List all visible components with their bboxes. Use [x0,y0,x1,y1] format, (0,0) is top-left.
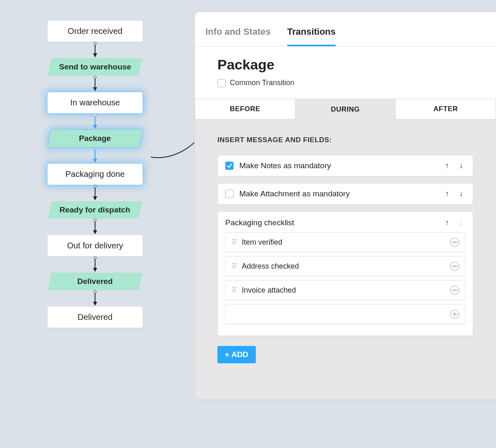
svg-marker-5 [93,87,97,91]
svg-point-18 [94,257,96,259]
panel-header: Package Common Transition [195,47,496,99]
section-label: INSERT MESSAGE AND FIELDS: [217,136,473,144]
move-up-icon[interactable]: ↑ [443,162,451,170]
state-out-for-delivery[interactable]: Out for delivery [48,235,143,256]
flow-arrow-icon [87,113,103,130]
svg-rect-25 [452,242,457,243]
tab-info-states[interactable]: Info and States [205,26,271,46]
checkbox-icon[interactable] [225,190,234,198]
checklist-item-label: Item verified [242,238,450,247]
svg-marker-20 [93,268,97,272]
checkbox-icon[interactable] [225,162,234,170]
flow-arrow-icon [87,185,103,201]
remove-icon[interactable] [450,238,459,247]
flow-arrow-icon [87,256,103,273]
phase-tabs: BEFORE DURING AFTER [195,99,496,119]
svg-point-9 [94,148,96,150]
group-title: Packaging checklist [225,218,443,227]
transition-send-to-warehouse[interactable]: Send to warehouse [48,58,143,76]
flow-arrow-icon [87,290,103,307]
top-tabs: Info and States Transitions [195,12,496,47]
checklist-group: Packaging checklist ↑ ↓ ⠿ Item verified … [217,211,473,336]
add-button[interactable]: + ADD [217,346,256,363]
checklist-item[interactable]: ⠿ Item verified [225,232,465,252]
svg-point-15 [94,219,96,222]
checklist-item[interactable]: ⠿ Invoice attached [225,280,465,300]
remove-icon[interactable] [450,262,459,271]
state-in-warehouse[interactable]: In warehouse [48,92,143,113]
move-down-icon[interactable]: ↓ [457,219,465,227]
flow-arrow-icon [87,76,103,92]
svg-point-3 [94,76,96,79]
checklist-item-label: Address checked [242,262,450,271]
panel-body: INSERT MESSAGE AND FIELDS: Make Notes as… [195,119,496,376]
workflow-diagram: Order received Send to warehouse In ware… [41,21,149,328]
svg-marker-23 [93,302,97,306]
svg-rect-26 [452,266,457,267]
drag-handle-icon[interactable]: ⠿ [231,238,237,247]
transition-delivered[interactable]: Delivered [48,273,143,290]
checkbox-icon[interactable] [217,79,226,87]
svg-point-0 [94,42,96,45]
field-make-notes-mandatory[interactable]: Make Notes as mandatory ↑ ↓ [217,155,473,176]
svg-point-12 [94,185,96,188]
move-down-icon[interactable]: ↓ [457,190,465,198]
svg-marker-17 [93,230,97,234]
svg-point-6 [94,114,96,116]
plus-icon[interactable] [450,310,459,319]
drag-handle-icon[interactable]: ⠿ [231,286,237,295]
transition-editor-panel: Info and States Transitions Package Comm… [194,12,496,400]
state-delivered[interactable]: Delivered [48,307,143,328]
move-up-icon[interactable]: ↑ [443,190,451,198]
flow-arrow-icon [87,147,103,164]
svg-marker-8 [93,125,97,129]
tab-transitions[interactable]: Transitions [287,26,336,46]
flow-arrow-icon [87,219,103,235]
common-transition-option[interactable]: Common Transition [217,79,479,87]
move-up-icon[interactable]: ↑ [443,219,451,227]
phase-before[interactable]: BEFORE [195,99,296,119]
transition-package[interactable]: Package [48,130,143,147]
state-order-received[interactable]: Order received [48,21,143,42]
phase-during[interactable]: DURING [296,99,396,119]
svg-marker-11 [93,159,97,163]
checklist-item-label: Invoice attached [242,286,450,295]
svg-rect-27 [452,290,457,291]
remove-icon[interactable] [450,286,459,295]
state-packaging-done[interactable]: Packaging done [48,164,143,185]
field-make-attachment-mandatory[interactable]: Make Attachment as mandatory ↑ ↓ [217,183,473,205]
transition-ready-for-dispatch[interactable]: Ready for dispatch [48,201,143,219]
flow-arrow-icon [87,42,103,58]
svg-point-21 [94,291,96,293]
common-transition-label: Common Transition [230,79,294,87]
checklist-item[interactable]: ⠿ Address checked [225,256,465,276]
drag-handle-icon[interactable]: ⠿ [231,262,237,271]
field-label: Make Notes as mandatory [239,161,443,170]
field-label: Make Attachment as mandatory [239,189,443,198]
page-title: Package [217,57,479,73]
phase-after[interactable]: AFTER [395,99,496,119]
svg-marker-14 [93,196,97,200]
checklist-item-add[interactable] [225,304,465,324]
move-down-icon[interactable]: ↓ [457,162,465,170]
svg-marker-2 [93,53,97,57]
